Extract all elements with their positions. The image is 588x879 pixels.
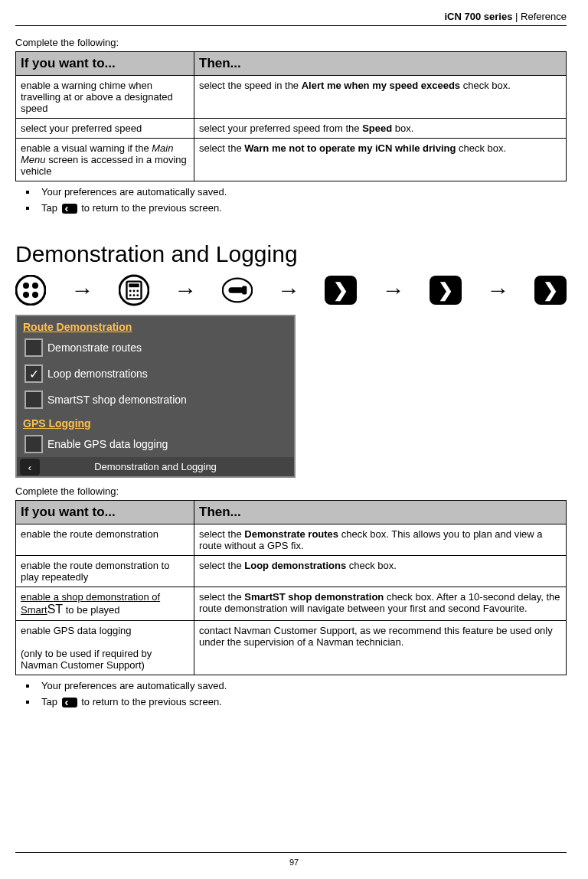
svg-point-8 xyxy=(129,290,132,292)
svg-point-1 xyxy=(23,283,29,289)
table1-header-2: Then... xyxy=(194,52,567,76)
arrow-icon: → xyxy=(382,277,405,303)
table-row: enable a warning chime when travelling a… xyxy=(16,76,567,119)
header-row: iCN 700 series | Reference xyxy=(15,8,567,24)
intro-text-2: Complete the following: xyxy=(15,485,567,497)
header-sep: | xyxy=(512,11,521,22)
bullet-list-2: Your preferences are automatically saved… xyxy=(26,680,567,707)
screen-footer-label: Demonstration and Logging xyxy=(94,461,217,472)
back-icon xyxy=(62,204,77,214)
table-row: enable a shop demonstration of SmartST t… xyxy=(16,587,567,621)
chevron-right-icon: ❯ xyxy=(534,276,567,305)
chevron-right-icon: ❯ xyxy=(325,276,357,305)
screen-option-label: Loop demonstrations xyxy=(47,368,148,380)
arrow-icon: → xyxy=(277,277,300,303)
svg-point-3 xyxy=(23,292,29,298)
list-item: Your preferences are automatically saved… xyxy=(26,680,567,691)
bullet-icon xyxy=(26,191,29,194)
tools-icon xyxy=(222,275,253,306)
screen-option-row: Demonstrate routes xyxy=(17,335,294,361)
screen-option-row: SmartST shop demonstration xyxy=(17,387,294,413)
table1-r1-c1: select your preferred speed xyxy=(16,119,194,139)
bullet-icon xyxy=(26,701,29,704)
table2-r2-c1: enable a shop demonstration of SmartST t… xyxy=(16,587,194,621)
svg-point-9 xyxy=(132,290,135,292)
bullet-icon xyxy=(26,685,29,688)
svg-point-10 xyxy=(136,290,139,292)
intro-text-1: Complete the following: xyxy=(15,37,567,48)
table-row: enable the route demonstration to play r… xyxy=(16,556,567,587)
device-screenshot: Route Demonstration Demonstrate routes ✓… xyxy=(15,315,296,478)
screen-option-label: SmartST shop demonstration xyxy=(47,394,187,406)
table2-r0-c1: enable the route demonstration xyxy=(16,524,194,556)
table1-r0-c2: select the speed in the Alert me when my… xyxy=(194,76,567,119)
smartst-logo-text: ST xyxy=(47,603,63,616)
navigation-path: → → → ❯ → ❯ → ❯ xyxy=(15,275,567,306)
bullet-text: to return to the previous screen. xyxy=(79,696,222,707)
svg-rect-7 xyxy=(129,283,139,287)
back-icon xyxy=(62,698,77,707)
checkbox-icon xyxy=(24,435,43,453)
screen-section-title: GPS Logging xyxy=(17,413,294,431)
screen-option-row: Enable GPS data logging xyxy=(17,431,294,457)
page-footer: 97 xyxy=(0,852,588,867)
bullet-text: to return to the previous screen. xyxy=(79,202,222,214)
table-row: enable a visual warning if the Main Menu… xyxy=(16,139,567,181)
header-rule xyxy=(15,25,567,26)
bullet-text: Tap xyxy=(41,696,60,707)
header-series: iCN 700 series xyxy=(445,11,513,22)
table-row: enable GPS data logging(only to be used … xyxy=(16,621,567,675)
calculator-icon xyxy=(119,275,149,306)
header-text: iCN 700 series | Reference xyxy=(445,11,567,22)
table2-header-2: Then... xyxy=(194,501,567,524)
table2-r0-c2: select the Demonstrate routes check box.… xyxy=(194,524,567,556)
arrow-icon: → xyxy=(174,277,197,303)
bullet-text: Tap xyxy=(41,202,60,214)
table2-header-1: If you want to... xyxy=(16,501,194,524)
footer-rule xyxy=(15,852,567,853)
bullet-list-1: Your preferences are automatically saved… xyxy=(26,186,567,214)
svg-point-12 xyxy=(132,294,135,296)
section-heading: Demonstration and Logging xyxy=(15,241,567,267)
svg-rect-15 xyxy=(228,287,243,293)
table-row: enable the route demonstration select th… xyxy=(16,524,567,556)
list-item: Your preferences are automatically saved… xyxy=(26,186,567,198)
table1-r1-c2: select your preferred speed from the Spe… xyxy=(194,119,567,139)
svg-point-11 xyxy=(129,294,132,296)
screen-option-row: ✓Loop demonstrations xyxy=(17,361,294,387)
table1-r0-c1: enable a warning chime when travelling a… xyxy=(16,76,194,119)
svg-point-2 xyxy=(32,283,38,289)
svg-point-4 xyxy=(32,292,38,298)
chevron-right-icon: ❯ xyxy=(430,276,462,305)
screen-option-label: Demonstrate routes xyxy=(47,341,142,354)
screen-footer: ‹Demonstration and Logging xyxy=(17,457,294,476)
table1-header-1: If you want to... xyxy=(16,52,194,76)
page-number: 97 xyxy=(289,858,299,867)
header-section: Reference xyxy=(521,11,567,22)
bullet-icon xyxy=(26,207,29,210)
screen-option-label: Enable GPS data logging xyxy=(47,438,168,450)
arrow-icon: → xyxy=(487,277,510,303)
svg-point-0 xyxy=(16,276,45,305)
svg-rect-16 xyxy=(242,286,247,295)
menu-grid-icon xyxy=(15,275,46,306)
table1-r2-c1: enable a visual warning if the Main Menu… xyxy=(16,139,194,181)
table2-r2-c2: select the SmartST shop demonstration ch… xyxy=(194,587,567,621)
arrow-icon: → xyxy=(70,277,93,303)
table2-r1-c2: select the Loop demonstrations check box… xyxy=(194,556,567,587)
checkbox-checked-icon: ✓ xyxy=(24,364,43,383)
checkbox-icon xyxy=(24,338,43,357)
screen-section-title: Route Demonstration xyxy=(17,316,294,335)
table-1: If you want to... Then... enable a warni… xyxy=(15,51,567,181)
back-icon: ‹ xyxy=(20,459,40,475)
checkbox-icon xyxy=(24,390,43,409)
svg-point-13 xyxy=(136,294,139,296)
list-item: Tap to return to the previous screen. xyxy=(26,696,567,707)
table2-r3-c1: enable GPS data logging(only to be used … xyxy=(16,621,194,675)
table2-r3-c2: contact Navman Customer Support, as we r… xyxy=(194,621,567,675)
table2-r1-c1: enable the route demonstration to play r… xyxy=(16,556,194,587)
bullet-text: Your preferences are automatically saved… xyxy=(41,186,227,198)
table1-r2-c2: select the Warn me not to operate my iCN… xyxy=(194,139,567,181)
bullet-text: Your preferences are automatically saved… xyxy=(41,680,227,691)
table-2: If you want to... Then... enable the rou… xyxy=(15,500,567,675)
